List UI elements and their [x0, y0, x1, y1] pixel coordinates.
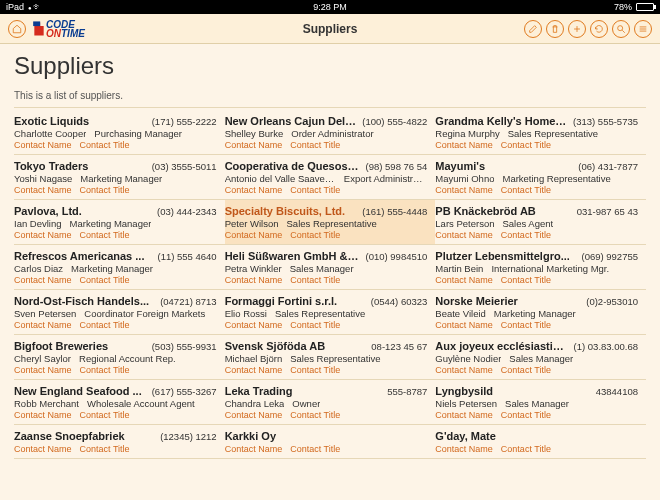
supplier-card[interactable]: Pavlova, Ltd.(03) 444-2343Ian DevlingMar…	[14, 200, 225, 245]
supplier-card[interactable]: Formaggi Fortini s.r.l.(0544) 60323Elio …	[225, 290, 436, 335]
supplier-card[interactable]: Specialty Biscuits, Ltd.(161) 555-4448Pe…	[225, 200, 436, 245]
company-name: Zaanse Snoepfabriek	[14, 430, 154, 442]
company-name: Exotic Liquids	[14, 115, 146, 127]
suppliers-grid: Exotic Liquids(171) 555-2222Charlotte Co…	[14, 110, 646, 459]
supplier-card[interactable]: Aux joyeux ecclésiastiq...(1) 03.83.00.6…	[435, 335, 646, 380]
phone: (12345) 1212	[160, 431, 217, 442]
contact-name: Guylène Nodier	[435, 353, 501, 364]
contact-name: Niels Petersen	[435, 398, 497, 409]
phone: 555-8787	[387, 386, 427, 397]
contact-title-label: Contact Title	[290, 365, 340, 375]
company-name: New Orleans Cajun Deli...	[225, 115, 357, 127]
supplier-card[interactable]: Exotic Liquids(171) 555-2222Charlotte Co…	[14, 110, 225, 155]
contact-name-label: Contact Name	[435, 230, 493, 240]
phone: (503) 555-9931	[152, 341, 217, 352]
contact-name-label: Contact Name	[225, 365, 283, 375]
refresh-button[interactable]	[590, 20, 608, 38]
contact-name: Sven Petersen	[14, 308, 76, 319]
phone: (0)2-953010	[586, 296, 638, 307]
contact-title: Sales Manager	[509, 353, 573, 364]
supplier-card[interactable]: Plutzer Lebensmittelgro...(069) 992755Ma…	[435, 245, 646, 290]
home-button[interactable]	[8, 20, 26, 38]
supplier-card[interactable]: Leka Trading555-8787Chandra LekaOwnerCon…	[225, 380, 436, 425]
phone: (03) 444-2343	[157, 206, 217, 217]
contact-title-label: Contact Title	[290, 444, 340, 454]
contact-name: Charlotte Cooper	[14, 128, 86, 139]
contact-title-label: Contact Title	[80, 185, 130, 195]
refresh-icon	[594, 24, 604, 34]
contact-title: Export Administrator	[344, 173, 428, 184]
battery-percent: 78%	[614, 2, 632, 12]
supplier-card[interactable]: Bigfoot Breweries(503) 555-9931Cheryl Sa…	[14, 335, 225, 380]
company-name: Tokyo Traders	[14, 160, 146, 172]
company-name: Specialty Biscuits, Ltd.	[225, 205, 357, 217]
supplier-card[interactable]: New England Seafood ...(617) 555-3267Rob…	[14, 380, 225, 425]
supplier-card[interactable]: Heli Süßwaren GmbH & ...(010) 9984510Pet…	[225, 245, 436, 290]
supplier-card[interactable]: New Orleans Cajun Deli...(100) 555-4822S…	[225, 110, 436, 155]
contact-name-label: Contact Name	[435, 410, 493, 420]
supplier-card[interactable]: Lyngbysild43844108Niels PetersenSales Ma…	[435, 380, 646, 425]
phone: (313) 555-5735	[573, 116, 638, 127]
phone: (161) 555-4448	[362, 206, 427, 217]
contact-name: Yoshi Nagase	[14, 173, 72, 184]
ios-status-bar: iPad ᯤ 9:28 PM 78%	[0, 0, 660, 14]
contact-name: Chandra Leka	[225, 398, 285, 409]
plus-icon	[572, 24, 582, 34]
company-name: New England Seafood ...	[14, 385, 146, 397]
supplier-card[interactable]: Karkki OyContact NameContact Title	[225, 425, 436, 459]
phone: (617) 555-3267	[152, 386, 217, 397]
contact-name: Carlos Diaz	[14, 263, 63, 274]
company-name: Cooperativa de Quesos ...	[225, 160, 360, 172]
contact-title: International Marketing Mgr.	[491, 263, 609, 274]
supplier-card[interactable]: PB Knäckebröd AB031-987 65 43Lars Peters…	[435, 200, 646, 245]
contact-name: Regina Murphy	[435, 128, 499, 139]
phone: (100) 555-4822	[362, 116, 427, 127]
wifi-icon: ᯤ	[28, 2, 42, 12]
page-body: Suppliers This is a list of suppliers. E…	[0, 44, 660, 500]
contact-title-label: Contact Title	[501, 230, 551, 240]
search-button[interactable]	[612, 20, 630, 38]
company-name: Svensk Sjöföda AB	[225, 340, 366, 352]
phone: 43844108	[596, 386, 638, 397]
contact-name-label: Contact Name	[435, 365, 493, 375]
contact-title: Marketing Manager	[80, 173, 162, 184]
supplier-card[interactable]: Tokyo Traders(03) 3555-5011Yoshi NagaseM…	[14, 155, 225, 200]
contact-name-label: Contact Name	[435, 140, 493, 150]
company-name: Pavlova, Ltd.	[14, 205, 151, 217]
contact-name-label: Contact Name	[435, 275, 493, 285]
contact-name-label: Contact Name	[225, 230, 283, 240]
supplier-card[interactable]: Refrescos Americanas ...(11) 555 4640Car…	[14, 245, 225, 290]
clock: 9:28 PM	[313, 2, 347, 12]
contact-name: Martin Bein	[435, 263, 483, 274]
supplier-card[interactable]: Svensk Sjöföda AB08-123 45 67Michael Bjö…	[225, 335, 436, 380]
company-name: Leka Trading	[225, 385, 382, 397]
phone: (010) 9984510	[366, 251, 428, 262]
contact-title: Sales Representative	[287, 218, 377, 229]
supplier-card[interactable]: Nord-Ost-Fisch Handels...(04721) 8713Sve…	[14, 290, 225, 335]
supplier-card[interactable]: Zaanse Snoepfabriek(12345) 1212Contact N…	[14, 425, 225, 459]
company-name: Formaggi Fortini s.r.l.	[225, 295, 365, 307]
contact-name-label: Contact Name	[435, 185, 493, 195]
supplier-card[interactable]: Cooperativa de Quesos ...(98) 598 76 54A…	[225, 155, 436, 200]
contact-name: Peter Wilson	[225, 218, 279, 229]
contact-name: Ian Devling	[14, 218, 62, 229]
contact-title: Sales Agent	[502, 218, 553, 229]
contact-name-label: Contact Name	[14, 275, 72, 285]
contact-title-label: Contact Title	[80, 275, 130, 285]
logo-icon	[32, 20, 46, 38]
supplier-card[interactable]: G'day, MateContact NameContact Title	[435, 425, 646, 459]
supplier-card[interactable]: Grandma Kelly's Homes...(313) 555-5735Re…	[435, 110, 646, 155]
edit-button[interactable]	[524, 20, 542, 38]
contact-title-label: Contact Title	[501, 320, 551, 330]
phone: 08-123 45 67	[371, 341, 427, 352]
supplier-card[interactable]: Norske Meierier(0)2-953010Beate VileidMa…	[435, 290, 646, 335]
menu-button[interactable]	[634, 20, 652, 38]
supplier-card[interactable]: Mayumi's(06) 431-7877Mayumi OhnoMarketin…	[435, 155, 646, 200]
add-button[interactable]	[568, 20, 586, 38]
contact-title: Regional Account Rep.	[79, 353, 176, 364]
contact-name-label: Contact Name	[435, 444, 493, 454]
delete-button[interactable]	[546, 20, 564, 38]
company-name: G'day, Mate	[435, 430, 632, 442]
company-name: Refrescos Americanas ...	[14, 250, 151, 262]
contact-name: Shelley Burke	[225, 128, 284, 139]
